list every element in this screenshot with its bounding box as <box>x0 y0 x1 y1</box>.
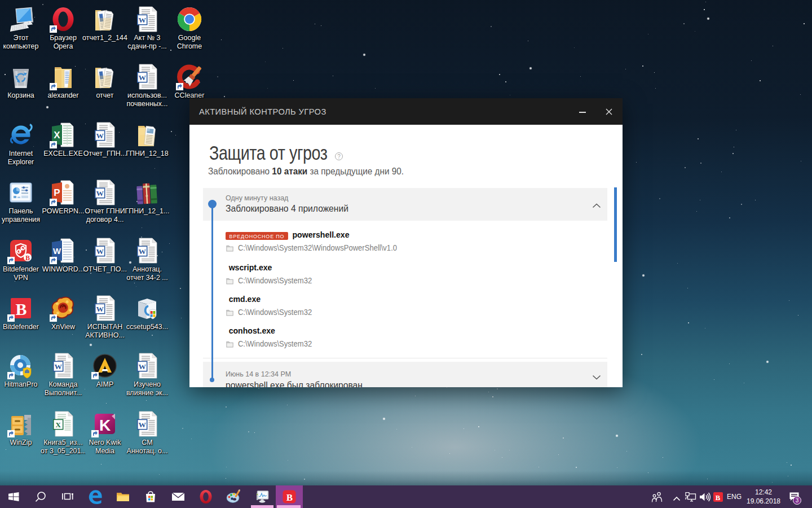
svg-text:W: W <box>138 421 146 429</box>
svg-text:W: W <box>138 247 146 256</box>
svg-text:W: W <box>96 189 104 198</box>
svg-text:W: W <box>138 73 146 82</box>
svg-text:W: W <box>54 362 62 371</box>
svg-text:W: W <box>96 247 104 256</box>
svg-text:X: X <box>54 130 60 141</box>
svg-text:B: B <box>25 254 30 262</box>
svg-text:B: B <box>716 494 720 502</box>
svg-text:W: W <box>96 132 104 140</box>
svg-text:P: P <box>54 187 60 198</box>
svg-text:W: W <box>53 246 61 256</box>
svg-text:B: B <box>15 300 27 318</box>
svg-text:K: K <box>99 417 111 434</box>
svg-text:W: W <box>96 305 104 313</box>
svg-text:W: W <box>138 16 146 24</box>
svg-text:W: W <box>138 362 146 371</box>
svg-text:X: X <box>55 421 61 429</box>
svg-text:B: B <box>286 492 293 503</box>
